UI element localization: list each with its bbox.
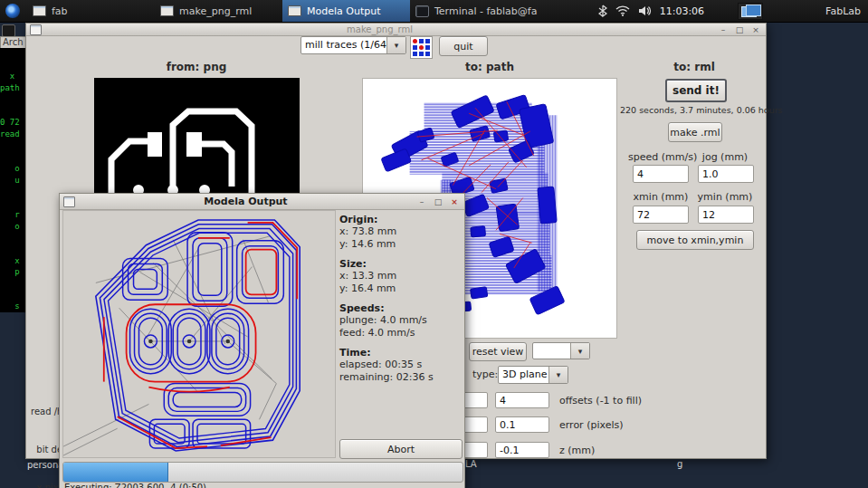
wifi-icon[interactable]	[615, 5, 630, 16]
type-select-value: 3D plane	[499, 367, 548, 383]
size-y: y: 16.4 mm	[339, 282, 461, 295]
send-it-button[interactable]: send it!	[665, 79, 727, 102]
to-path-header: to: path	[426, 61, 553, 73]
time-estimate-text: 220 seconds, 3.7 minutes, 0.06 hours	[620, 105, 767, 115]
modela-output-dialog: Modela Output – □ ×	[59, 193, 465, 488]
chevron-down-icon[interactable]: ▾	[570, 343, 589, 359]
origin-x: x: 73.8 mm	[339, 225, 461, 238]
taskbar-item-make-png-rml[interactable]: make_png_rml	[155, 0, 282, 22]
elapsed-time: elapsed: 00:35 s	[339, 359, 461, 371]
host-label: FabLab	[825, 5, 861, 17]
bluetooth-icon[interactable]	[598, 5, 607, 17]
speeds-heading: Speeds:	[339, 302, 461, 314]
taskbar-item-fab[interactable]: fab	[27, 0, 155, 22]
offsets-input[interactable]: 4	[495, 392, 549, 408]
close-icon[interactable]: ×	[750, 25, 761, 34]
progress-fill	[63, 463, 168, 482]
fab-modules-logo-icon	[410, 36, 433, 59]
close-icon[interactable]: ×	[449, 197, 460, 206]
maximize-icon[interactable]: □	[734, 25, 745, 34]
error-input[interactable]: 0.1	[495, 416, 549, 433]
window-icon	[288, 5, 301, 16]
jog-input[interactable]: 1.0	[698, 165, 754, 183]
taskbar-item-label: fab	[52, 5, 68, 17]
speed-input[interactable]: 4	[633, 165, 689, 183]
taskbar: fab make_png_rml Modela Output Terminal …	[0, 0, 868, 23]
chevron-down-icon[interactable]: ▾	[548, 367, 568, 383]
process-select-value: mill traces (1/64)	[301, 37, 386, 53]
origin-heading: Origin:	[339, 214, 461, 225]
chevron-down-icon[interactable]: ▾	[386, 37, 405, 53]
maximize-icon[interactable]: □	[433, 197, 444, 206]
main-window-titlebar[interactable]: make_png_rml – □ ×	[26, 24, 766, 36]
terminal-icon	[415, 5, 429, 17]
volume-icon[interactable]	[638, 5, 652, 16]
progress-bar	[62, 462, 463, 483]
window-icon	[63, 196, 75, 207]
type-label: type:	[472, 368, 498, 380]
terminal-window-icon[interactable]	[2, 24, 15, 37]
taskbar-item-modela-output[interactable]: Modela Output	[282, 0, 410, 22]
view-select-value	[533, 343, 570, 359]
z-input[interactable]: -0.1	[495, 442, 549, 458]
to-rml-header: to: rml	[631, 61, 758, 73]
minimize-icon[interactable]: –	[416, 197, 427, 206]
abort-button[interactable]: Abort	[339, 439, 463, 459]
window-icon	[33, 5, 46, 16]
xmin-input[interactable]: 72	[633, 206, 689, 224]
type-select[interactable]: 3D plane ▾	[498, 366, 568, 384]
taskbar-item-label: make_png_rml	[179, 5, 252, 17]
executing-status-text: Executing: Z2003,600,-4 (0:50)	[64, 483, 206, 488]
window-icon	[160, 5, 174, 16]
toolpath-2d-drawing	[63, 211, 335, 457]
process-select[interactable]: mill traces (1/64) ▾	[300, 36, 406, 54]
taskbar-item-label: Terminal - fablab@fablab-...	[434, 5, 538, 17]
error-label: error (pixels)	[559, 419, 623, 431]
view-select[interactable]: ▾	[532, 342, 590, 359]
time-heading: Time:	[339, 347, 461, 359]
xmin-label: xmin (mm)	[628, 191, 693, 203]
window-title: make_png_rml	[42, 24, 718, 34]
z-label: z (mm)	[559, 445, 595, 456]
applications-menu-icon[interactable]	[5, 4, 20, 18]
job-info-panel: Origin: x: 73.8 mm y: 14.6 mm Size: x: 1…	[339, 206, 461, 384]
clock[interactable]: 11:03:06	[660, 5, 704, 17]
feed-speed: feed: 4.0 mm/s	[339, 327, 461, 340]
make-rml-button[interactable]: make .rml	[668, 122, 722, 142]
plunge-speed: plunge: 4.0 mm/s	[339, 314, 461, 327]
taskbar-item-terminal[interactable]: Terminal - fablab@fablab-...	[410, 0, 538, 22]
quit-button[interactable]: quit	[439, 36, 488, 56]
window-icon	[30, 24, 42, 35]
origin-y: y: 14.6 mm	[339, 238, 461, 251]
ymin-input[interactable]: 12	[698, 206, 754, 224]
terminal-output[interactable]: xpath 0 72read o u r o x p swrot spath f…	[0, 48, 25, 312]
taskbar-item-label: Modela Output	[307, 5, 380, 17]
size-heading: Size:	[339, 258, 461, 270]
size-x: x: 13.3 mm	[339, 270, 461, 282]
desktop-text-fragment: g	[677, 459, 682, 469]
move-to-xmin-ymin-button[interactable]: move to xmin,ymin	[636, 230, 754, 250]
speed-label: speed (mm/s)	[628, 151, 693, 163]
minimize-icon[interactable]: –	[718, 25, 729, 34]
toolpath-2d-canvas[interactable]	[62, 210, 336, 458]
desktop-text-fragment: LA	[465, 459, 477, 469]
ymin-label: ymin (mm)	[696, 191, 754, 203]
jog-label: jog (mm)	[696, 151, 754, 163]
remaining-time: remaining: 02:36 s	[339, 371, 461, 384]
from-png-header: from: png	[133, 61, 260, 73]
reset-view-button[interactable]: reset view	[469, 342, 527, 361]
offsets-label: offsets (-1 to fill)	[559, 395, 642, 407]
workspace-pager[interactable]	[738, 3, 763, 20]
